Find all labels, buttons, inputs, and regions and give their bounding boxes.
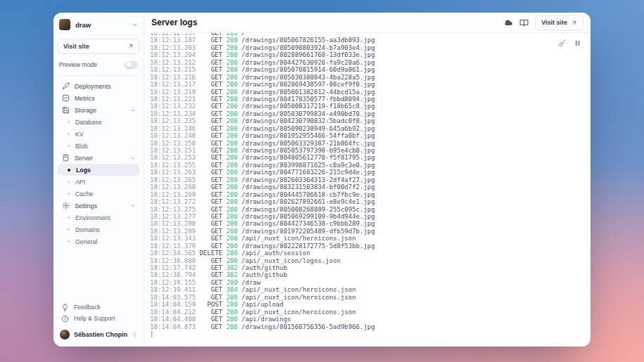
log-path: /drawings/804805612770-f5f81795.jpg <box>241 154 375 161</box>
sidebar-item-settings[interactable]: Settings <box>58 200 139 212</box>
log-row: 18:12:13.217 GET 200 /drawings/802869438… <box>150 81 591 88</box>
log-path: /drawings/805030799834-e490bd70.jpg <box>241 110 375 117</box>
sidebar-item-blob[interactable]: Blob <box>58 140 139 152</box>
log-row: 18:12:13.268 GET 200 /drawings/803231503… <box>150 183 591 190</box>
log-method: POST <box>199 301 222 308</box>
cloudflare-cloud-icon[interactable] <box>503 18 513 27</box>
log-path: /drawings/804445706618-cb7fbc9e.jpg <box>241 191 375 198</box>
log-row: 18:12:34.565 DELETE 200 /api/_auth/sessi… <box>150 250 591 257</box>
user-menu[interactable]: Sébastien Chopin <box>58 328 139 341</box>
log-row: 18:12:13.277 GET 200 /drawings/805069299… <box>150 213 591 220</box>
visit-site-button[interactable]: Visit site <box>58 39 139 53</box>
ellipsis-vertical-icon[interactable] <box>132 332 138 338</box>
bullet-dot-icon <box>68 240 70 243</box>
log-status: 200 <box>226 103 237 110</box>
log-path: /drawings/802603364313-2df4af27.jpg <box>241 176 375 183</box>
log-status: 200 <box>226 66 237 73</box>
log-method: GET <box>199 264 222 271</box>
sidebar-item-domains[interactable]: Domains <box>58 224 139 235</box>
sidebar-item-kv[interactable]: KV <box>58 128 139 140</box>
log-timestamp: 18:12:13.269 <box>150 191 196 198</box>
visit-site-button-header[interactable]: Visit site <box>535 15 583 30</box>
log-timestamp: 18:14:03.575 <box>150 294 196 301</box>
log-path: /drawings/802228172775-5d8f53bb.jpg <box>241 243 375 250</box>
sidebar-item-storage[interactable]: Storage <box>58 104 139 116</box>
log-row: 18:12:13.251 GET 200 /drawings/805053797… <box>150 147 591 154</box>
server-icon <box>61 154 70 162</box>
pause-logs-icon[interactable] <box>574 39 581 47</box>
log-path: /api/_nuxt_icon/heroicons.json <box>241 294 356 301</box>
preview-mode-toggle[interactable] <box>125 61 138 69</box>
log-path: /drawings/805067826155-aa3db093.jpg <box>241 37 375 44</box>
log-row: 18:12:13.216 GET 200 /drawings/805030380… <box>150 74 591 81</box>
sidebar-item-label: General <box>75 238 97 245</box>
sidebar-item-label: Logs <box>76 167 91 174</box>
log-method: GET <box>199 140 222 147</box>
sidebar-item-cache[interactable]: Cache <box>58 188 139 200</box>
sidebar-item-database[interactable]: Database <box>58 116 139 128</box>
log-status: 200 <box>226 89 237 96</box>
log-method: GET <box>199 81 222 88</box>
log-path: /drawings/803231503834-bf00d7f2.jpg <box>241 183 375 190</box>
sidebar-item-label: KV <box>75 131 84 138</box>
log-path: /drawings/804230790832-5badc0f8.jpg <box>241 117 375 124</box>
log-status: 200 <box>226 279 237 286</box>
log-input-cursor: | <box>150 330 591 337</box>
log-method: GET <box>199 117 222 124</box>
log-row: 18:12:13.219 GET 200 /drawings/805001382… <box>150 89 591 96</box>
sidebar-item-server[interactable]: Server <box>58 152 139 164</box>
log-viewer[interactable]: 18:12:12.557 GET 200 /18:12:13.187 GET 2… <box>144 33 591 347</box>
sidebar-item-metrics[interactable]: Metrics <box>58 92 139 104</box>
log-timestamp: 18:12:13.253 <box>150 154 196 161</box>
sidebar-item-logs[interactable]: Logs <box>58 164 139 176</box>
log-path: /drawings/805063329387-21b864fc.jpg <box>241 140 375 147</box>
log-row: 18:12:13.343 GET 200 /api/_nuxt_icon/her… <box>150 235 591 242</box>
log-path: /drawings/804427346538-c9bbb289.jpg <box>241 220 375 227</box>
log-timestamp: 18:12:13.212 <box>150 59 196 66</box>
log-row: 18:12:13.275 GET 200 /drawings/805008268… <box>150 206 591 213</box>
log-method: GET <box>199 125 222 132</box>
log-status: 200 <box>226 33 237 37</box>
log-status: 200 <box>226 301 237 308</box>
sidebar-item-deployments[interactable]: Deployments <box>58 80 139 92</box>
help-circle-icon <box>61 315 69 323</box>
log-path: /api/_nuxt_icon/heroicons.json <box>241 309 356 316</box>
chevron-down-icon <box>130 155 136 161</box>
log-path: /drawings/802627892661-e8e9c4e1.jpg <box>241 198 375 205</box>
project-switcher[interactable]: draw <box>58 18 139 32</box>
chevron-down-icon <box>130 108 136 113</box>
log-method: GET <box>199 51 222 58</box>
log-path: /api/drawings <box>241 316 291 323</box>
docs-book-icon[interactable] <box>519 18 529 27</box>
log-status: 200 <box>226 235 237 242</box>
log-method: GET <box>199 243 222 250</box>
clear-logs-broom-icon[interactable] <box>558 39 567 47</box>
log-row: 18:12:13.280 GET 200 /drawings/804427346… <box>150 220 591 227</box>
log-path: /drawings/801560756356-5ad9b966.jpg <box>241 323 375 330</box>
sidebar-item-feedback[interactable]: Feedback <box>58 302 139 313</box>
sidebar-item-label: API <box>75 179 85 186</box>
log-row: 18:12:13.204 GET 200 /drawings/802889661… <box>150 51 591 58</box>
sidebar-item-environment[interactable]: Environment <box>58 212 139 224</box>
log-timestamp: 18:12:13.379 <box>150 243 196 250</box>
log-path: /drawings/805053797398-b95e4cb0.jpg <box>241 147 375 154</box>
log-status: 200 <box>226 183 237 190</box>
log-row: 18:12:38.794 GET 302 /auth/github <box>150 271 591 278</box>
log-timestamp: 18:12:13.235 <box>150 117 196 124</box>
log-timestamp: 18:12:13.268 <box>150 183 196 190</box>
sidebar-item-label: Settings <box>75 202 97 209</box>
sidebar-item-label: Deployments <box>75 83 111 90</box>
log-path: /auth/github <box>241 271 287 278</box>
metrics-chart-icon <box>61 94 70 102</box>
log-method: GET <box>199 44 222 51</box>
log-status: 200 <box>226 147 237 154</box>
log-timestamp: 18:14:04.408 <box>150 316 196 323</box>
log-timestamp: 18:12:13.272 <box>150 198 196 205</box>
sidebar-nav: DeploymentsMetricsStorageDatabaseKVBlobS… <box>58 80 139 247</box>
sidebar-divider <box>59 75 138 76</box>
sidebar-item-api[interactable]: API <box>58 176 139 188</box>
log-method: GET <box>199 294 222 301</box>
sidebar-item-general[interactable]: General <box>58 235 139 247</box>
log-row: 18:12:13.246 GET 200 /drawings/805090238… <box>150 125 591 132</box>
sidebar-item-help-support[interactable]: Help & Support <box>58 313 139 324</box>
